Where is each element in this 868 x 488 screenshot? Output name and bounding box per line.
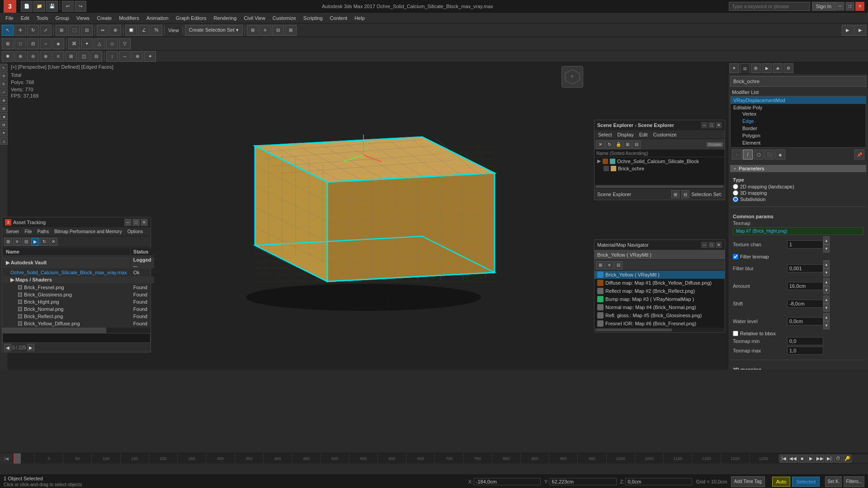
- asset-row-glossiness[interactable]: 🖼 Brick_Glossiness.png Found: [3, 291, 154, 298]
- tb2-btn9[interactable]: ◇: [106, 38, 118, 49]
- z-input[interactable]: [625, 478, 692, 485]
- menu-modifiers[interactable]: Modifiers: [115, 13, 143, 23]
- rp-tab-modify[interactable]: ⊟: [740, 63, 750, 73]
- scene-exp-edit[interactable]: Edit: [637, 129, 650, 140]
- snap-toggle[interactable]: 🔲: [125, 25, 137, 36]
- select-filter[interactable]: ⊞: [56, 25, 67, 36]
- mat-item-3[interactable]: Bump map: Map #3 ( VRayNormalMap ): [594, 295, 725, 303]
- tb3-btn6[interactable]: ⊞: [65, 51, 77, 62]
- mat-nav-close[interactable]: ✕: [716, 242, 722, 248]
- selected-btn[interactable]: Selected: [792, 477, 820, 487]
- tb2-btn2[interactable]: □: [14, 38, 26, 49]
- sub-border[interactable]: Border: [733, 125, 863, 132]
- scene-exp-footer-icon1[interactable]: ⊞: [671, 190, 679, 198]
- region-select[interactable]: ⬚: [68, 25, 80, 36]
- maximize-button[interactable]: □: [845, 2, 854, 11]
- asset-tb3[interactable]: ⊟: [22, 238, 30, 246]
- asset-menu-paths[interactable]: Paths: [36, 226, 51, 237]
- asset-path-input[interactable]: [3, 336, 150, 341]
- scene-exp-customize[interactable]: Customize: [651, 129, 679, 140]
- play-btn[interactable]: ▶: [807, 455, 815, 463]
- scene-exp-scrollbar[interactable]: [594, 184, 725, 189]
- lt-btn3[interactable]: ↻: [0, 80, 8, 88]
- window-crossing[interactable]: ⊟: [81, 25, 93, 36]
- y-input[interactable]: [550, 478, 617, 485]
- tb3-btn8[interactable]: ⊟: [90, 51, 102, 62]
- tb2-btn6[interactable]: ⌘: [68, 38, 80, 49]
- tb2-btn10[interactable]: ▽: [119, 38, 131, 49]
- time-config[interactable]: ⏱: [834, 455, 842, 463]
- sub-polygon[interactable]: Polygon: [733, 132, 863, 139]
- scene-exp-maximize[interactable]: □: [708, 122, 715, 128]
- scene-exp-close[interactable]: ✕: [716, 122, 722, 128]
- tb2-btn4[interactable]: ○: [40, 38, 52, 49]
- asset-row-fresnel[interactable]: 🖼 Brick_Fresnel.png Found: [3, 284, 154, 291]
- type-subdivision-radio[interactable]: [733, 197, 738, 202]
- asset-close[interactable]: ✕: [141, 219, 148, 226]
- asset-tb1[interactable]: ⊞: [4, 238, 12, 246]
- water-level-down[interactable]: ▼: [823, 321, 830, 329]
- asset-menu-server[interactable]: Server: [4, 226, 21, 237]
- mat-nav-scrollbar[interactable]: [594, 328, 725, 332]
- filter-blur-down[interactable]: ▼: [823, 268, 830, 277]
- select-tool[interactable]: ↖: [2, 25, 14, 36]
- menu-help[interactable]: Help: [351, 13, 368, 23]
- asset-row-file[interactable]: Ochre_Solid_Calcium_Silicate_Block_max_v…: [3, 269, 154, 276]
- tb2-btn8[interactable]: △: [94, 38, 105, 49]
- sub-element[interactable]: Element: [733, 139, 863, 146]
- tb3-btn10[interactable]: ↔: [119, 51, 131, 62]
- scene-exp-collapse[interactable]: ⊟: [632, 141, 641, 149]
- mat-item-4[interactable]: Normal map: Map #4 (Brick_Normal.png): [594, 303, 725, 311]
- asset-tb2[interactable]: ≡: [13, 238, 21, 246]
- type-3d-radio[interactable]: [733, 190, 738, 196]
- key-filter[interactable]: 🔑: [843, 455, 851, 463]
- filter-blur-up[interactable]: ▲: [823, 260, 830, 268]
- auto-key-btn[interactable]: Auto: [772, 477, 791, 487]
- rotate-tool[interactable]: ↻: [27, 25, 39, 36]
- align-btn[interactable]: ⊕: [109, 25, 121, 36]
- texture-chan-up[interactable]: ▲: [823, 236, 830, 244]
- edge-icon[interactable]: /: [743, 150, 753, 160]
- time-slider-handle[interactable]: [14, 453, 21, 464]
- tb3-btn9[interactable]: ↕: [106, 51, 118, 62]
- tb3-btn1[interactable]: ✱: [2, 51, 14, 62]
- asset-row-hight[interactable]: 🖼 Brick_Hight.png Found: [3, 299, 154, 305]
- minimize-button[interactable]: ─: [835, 2, 844, 11]
- close-button[interactable]: ✕: [855, 2, 864, 11]
- amount-input[interactable]: [787, 282, 823, 290]
- asset-tb6[interactable]: ✕: [49, 238, 57, 246]
- tb3-btn4[interactable]: ⊗: [40, 51, 52, 62]
- time-nav-start[interactable]: |◀: [0, 453, 14, 464]
- lt-btn4[interactable]: ⤢: [0, 89, 8, 96]
- menu-rendering[interactable]: Rendering: [210, 13, 241, 23]
- scale-tool[interactable]: ⤢: [40, 25, 52, 36]
- mat-nav-maximize[interactable]: □: [708, 242, 715, 248]
- lt-btn5[interactable]: ⊕: [0, 97, 8, 104]
- rp-tab-create[interactable]: ✦: [729, 63, 739, 73]
- sub-edge[interactable]: Edge: [733, 117, 863, 125]
- mirror-btn[interactable]: ⇔: [97, 25, 108, 36]
- menu-file[interactable]: File: [2, 13, 17, 23]
- mat-item-1[interactable]: Diffuse map: Map #1 (Brick_Yellow_Diffus…: [594, 279, 725, 287]
- element-icon[interactable]: ◈: [775, 150, 785, 160]
- asset-menu-options[interactable]: Options: [126, 226, 145, 237]
- asset-menu-file[interactable]: File: [23, 226, 33, 237]
- tb3-btn2[interactable]: ⊕: [14, 51, 26, 62]
- add-time-tag[interactable]: Add Time Tag: [731, 476, 765, 487]
- modifier-vray-displacement[interactable]: VRayDisplacementMod: [731, 97, 866, 104]
- texture-chan-down[interactable]: ▼: [823, 244, 830, 253]
- vertex-icon[interactable]: ·: [732, 150, 742, 160]
- mat-nav-tb1[interactable]: ⊞: [596, 261, 604, 269]
- asset-maximize[interactable]: □: [132, 219, 140, 226]
- asset-row-autodesk[interactable]: ▶ Autodesk Vault Logged ...: [3, 257, 154, 268]
- grid-btn[interactable]: ⊞: [285, 25, 297, 36]
- rp-tab-motion[interactable]: ▶: [762, 63, 772, 73]
- create-selection-set-button[interactable]: Create Selection Set ▾: [185, 25, 243, 36]
- lt-btn8[interactable]: ⊟: [0, 121, 8, 128]
- modifier-editable-poly[interactable]: Editable Poly Vertex Edge Border Polygon…: [731, 104, 866, 147]
- tb2-btn3[interactable]: ⊟: [27, 38, 39, 49]
- shift-input[interactable]: [787, 300, 823, 308]
- texmap-min-input[interactable]: [787, 337, 823, 345]
- scene-exp-filter[interactable]: ✕: [596, 141, 604, 149]
- next-frame[interactable]: ▶|: [825, 455, 833, 463]
